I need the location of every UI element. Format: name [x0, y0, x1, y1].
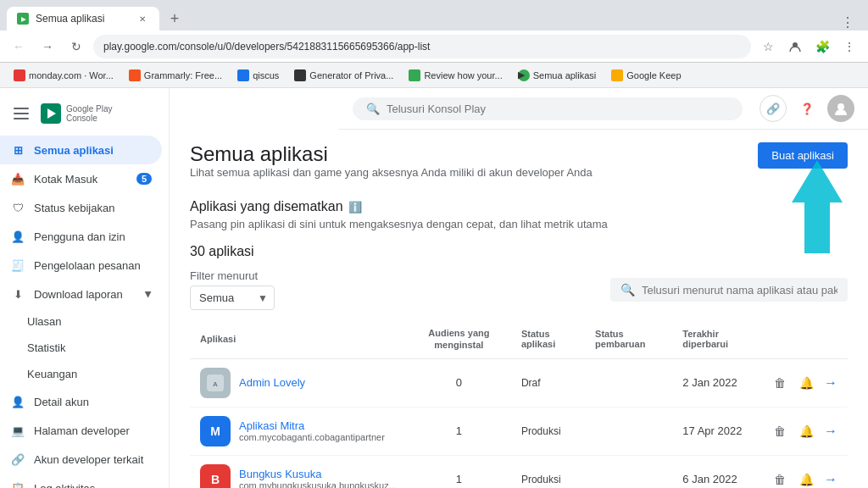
navigate-arrow-icon[interactable]: → — [824, 375, 837, 391]
bookmark-review-label: Review how your... — [424, 70, 502, 80]
last-updated-cell: 2 Jan 2022 — [672, 358, 760, 407]
app-name[interactable]: Aplikasi Mitra — [239, 419, 385, 432]
sidebar-item-finance[interactable]: Keuangan — [17, 361, 162, 387]
active-tab[interactable]: ▶ Semua aplikasi ✕ — [7, 7, 159, 30]
extensions-icon[interactable]: 🧩 — [810, 35, 834, 58]
bookmark-monday-icon — [14, 69, 25, 81]
person-icon: 👤 — [10, 229, 25, 244]
sidebar-item-policy[interactable]: 🛡 Status kebijakan — [0, 193, 162, 222]
page-subtitle: Lihat semua aplikasi dan game yang akses… — [190, 166, 593, 179]
notification-icon[interactable]: 🔔 — [797, 421, 817, 441]
pinned-section-subtitle: Pasang pin aplikasi di sini untuk mengak… — [190, 218, 848, 230]
play-console-logo[interactable]: Google Play Console — [41, 103, 112, 124]
hamburger-menu-button[interactable] — [10, 102, 34, 125]
delete-icon[interactable]: 🗑 — [770, 469, 790, 488]
filter-row: Filter menurut Semua ▼ 🔍 — [190, 269, 848, 310]
sidebar: Google Play Console ⊞ Semua aplikasi 📥 K… — [0, 88, 170, 488]
account-icon: 👤 — [10, 394, 25, 409]
link-icon-btn[interactable]: 🔗 — [760, 95, 787, 122]
app-name-pkg: Bungkus Kusuka com.mybungkuskusuka.bungk… — [239, 468, 397, 488]
installs-cell: 1 — [407, 407, 511, 455]
installs-cell: 1 — [407, 455, 511, 488]
delete-icon[interactable]: 🗑 — [770, 373, 790, 393]
bookmark-keep[interactable]: Google Keep — [604, 67, 687, 84]
app-package: com.mycobaganti.cobagantipartner — [239, 432, 385, 442]
search-apps-input[interactable] — [642, 284, 837, 297]
pinned-section: Aplikasi yang disematkan ℹ️ Pasang pin a… — [190, 199, 848, 230]
address-bar-input[interactable] — [93, 35, 751, 58]
sidebar-item-linked-acc[interactable]: 🔗 Akun developer terkait — [0, 445, 162, 474]
bookmark-grammarly[interactable]: Grammarly: Free... — [122, 67, 229, 84]
col-last-updated: Terakhir diperbarui — [672, 320, 760, 358]
bookmark-qiscus-icon — [237, 69, 249, 81]
reload-button[interactable]: ↻ — [64, 35, 88, 58]
search-apps-icon: 🔍 — [620, 283, 635, 297]
global-search-input[interactable] — [387, 103, 729, 115]
forward-button[interactable]: → — [36, 35, 59, 58]
app-name[interactable]: Admin Lovely — [239, 376, 305, 389]
last-updated-cell: 17 Apr 2022 — [672, 407, 760, 455]
notification-icon[interactable]: 🔔 — [797, 469, 817, 488]
chrome-menu-icon[interactable]: ⋮ — [837, 35, 861, 58]
delete-icon[interactable]: 🗑 — [770, 421, 790, 441]
user-avatar[interactable] — [827, 95, 854, 122]
list-icon: 📋 — [10, 480, 25, 488]
navigate-arrow-icon[interactable]: → — [824, 472, 837, 487]
code-icon: 💻 — [10, 423, 25, 438]
global-search-bar[interactable]: 🔍 — [353, 97, 743, 120]
page-header: Semua aplikasi Lihat semua aplikasi dan … — [190, 142, 848, 196]
help-icon-btn[interactable]: ❓ — [793, 95, 821, 122]
search-apps-bar[interactable]: 🔍 — [610, 278, 848, 302]
navigate-arrow-icon[interactable]: → — [824, 424, 837, 439]
bookmark-keep-icon — [611, 69, 623, 81]
sidebar-item-users-label: Pengguna dan izin — [34, 230, 125, 243]
sidebar-item-orders[interactable]: 🧾 Pengelolaan pesanan — [0, 251, 162, 280]
sidebar-item-dev-page[interactable]: 💻 Halaman developer — [0, 416, 162, 445]
sidebar-item-activity[interactable]: 📋 Log aktivitas — [0, 474, 162, 488]
download-submenu: Ulasan Statistik Keuangan — [0, 308, 169, 387]
bookmark-review[interactable]: Review how your... — [402, 67, 509, 84]
browser-menu-button[interactable]: ⋮ — [841, 14, 854, 30]
receipt-icon: 🧾 — [10, 258, 25, 273]
bookmark-monday[interactable]: monday.com · Wor... — [7, 67, 120, 84]
svg-text:A: A — [213, 380, 218, 388]
notification-icon[interactable]: 🔔 — [797, 373, 817, 393]
col-installs: Audiens yang menginstal — [407, 320, 511, 358]
bookmark-qiscus[interactable]: qiscus — [231, 67, 286, 84]
play-logo-text: Google Play Console — [66, 104, 112, 123]
app-info: M Aplikasi Mitra com.mycobaganti.cobagan… — [200, 416, 397, 446]
bookmark-keep-label: Google Keep — [626, 70, 681, 80]
sidebar-item-finance-label: Keuangan — [27, 368, 77, 380]
status-badge: Produksi — [521, 425, 561, 437]
filter-select[interactable]: Semua — [190, 286, 275, 310]
bookmark-generator[interactable]: T Generator of Priva... — [287, 67, 400, 84]
new-tab-button[interactable]: + — [163, 7, 186, 30]
sidebar-item-activity-label: Log aktivitas — [34, 482, 95, 489]
sidebar-header: Google Play Console — [0, 95, 169, 132]
sidebar-item-users[interactable]: 👤 Pengguna dan izin — [0, 222, 162, 251]
bookmark-semua[interactable]: ▶ Semua aplikasi — [511, 67, 604, 84]
bookmark-star-icon[interactable]: ☆ — [756, 35, 780, 58]
status-cell: Draf — [511, 358, 585, 407]
sidebar-item-reviews[interactable]: Ulasan — [17, 308, 162, 335]
sidebar-item-reviews-label: Ulasan — [27, 315, 61, 328]
sidebar-item-download[interactable]: ⬇ Download laporan ▶ — [0, 280, 162, 308]
back-button[interactable]: ← — [7, 35, 31, 58]
sidebar-item-account[interactable]: 👤 Detail akun — [0, 387, 162, 416]
pinned-info-icon[interactable]: ℹ️ — [348, 201, 362, 214]
chrome-profiles-icon[interactable] — [783, 35, 807, 58]
page-body: Semua aplikasi Lihat semua aplikasi dan … — [190, 142, 848, 488]
sidebar-item-all-apps[interactable]: ⊞ Semua aplikasi — [0, 136, 162, 164]
sidebar-item-stats[interactable]: Statistik — [17, 335, 162, 361]
table-row: B Bungkus Kusuka com.mybungkuskusuka.bun… — [190, 455, 848, 488]
status-cell: Produksi — [511, 455, 585, 488]
col-status: Status aplikasi — [511, 320, 585, 358]
bookmark-grammarly-icon — [129, 69, 141, 81]
last-updated-cell: 6 Jan 2022 — [672, 455, 760, 488]
tab-close-button[interactable]: ✕ — [136, 12, 149, 25]
sidebar-item-inbox[interactable]: 📥 Kotak Masuk 5 — [0, 164, 162, 193]
app-name[interactable]: Bungkus Kusuka — [239, 468, 397, 480]
sidebar-item-stats-label: Statistik — [27, 341, 66, 354]
action-icons: 🗑 🔔 → — [770, 421, 837, 441]
create-app-button[interactable]: Buat aplikasi — [758, 142, 848, 169]
